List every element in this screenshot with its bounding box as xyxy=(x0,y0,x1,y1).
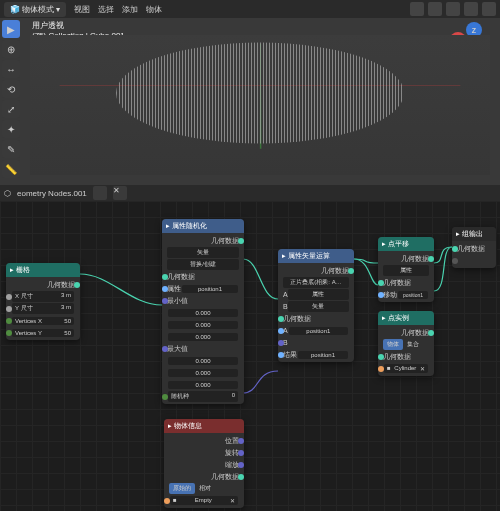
node-grid[interactable]: ▸ 栅格 几何数据 X 尺寸3 m Y 尺寸3 m Vertices X50 V… xyxy=(6,263,80,340)
node-editor[interactable]: ⬡ eometry Nodes.001 ✕ ▸ 栅格 几何数据 X 尺寸3 m … xyxy=(0,185,500,511)
transform-tool[interactable]: ✦ xyxy=(2,120,20,138)
pin-icon[interactable] xyxy=(93,186,107,200)
scale-tool[interactable]: ⤢ xyxy=(2,100,20,118)
measure-tool[interactable]: 📏 xyxy=(2,160,20,178)
node-group-output[interactable]: ▸ 组输出 几何数据 xyxy=(452,227,496,268)
camera-icon[interactable] xyxy=(464,2,478,16)
node-title: ▸ 属性随机化 xyxy=(162,219,244,233)
node-title: ▸ 栅格 xyxy=(6,263,80,277)
node-point-instance[interactable]: ▸ 点实例 几何数据 物体集合 几何数据 ■Cylinder✕ xyxy=(378,311,434,376)
menu-select[interactable]: 选择 xyxy=(98,4,114,15)
node-title: ▸ 属性矢量运算 xyxy=(278,249,354,263)
cursor-tool[interactable]: ⊕ xyxy=(2,40,20,58)
move-tool[interactable]: ↔ xyxy=(2,60,20,78)
node-title: ▸ 点平移 xyxy=(378,237,434,251)
shading-icon[interactable] xyxy=(428,2,442,16)
node-object-info[interactable]: ▸ 物体信息 位置 旋转 缩放 几何数据 原始的相对 ■Empty✕ xyxy=(164,419,244,508)
node-point-translate[interactable]: ▸ 点平移 几何数据 属性 几何数据 移动position1 xyxy=(378,237,434,302)
node-attr-vec-math[interactable]: ▸ 属性矢量运算 几何数据 正片叠底(相乘: A… A属性 B矢量 几何数据 A… xyxy=(278,249,354,362)
vr-icon[interactable] xyxy=(410,2,424,16)
select-tool[interactable]: ▶ xyxy=(2,20,20,38)
menu-object[interactable]: 物体 xyxy=(146,4,162,15)
overlay-icon[interactable] xyxy=(446,2,460,16)
nodetree-name[interactable]: eometry Nodes.001 xyxy=(17,189,87,198)
node-attr-randomize[interactable]: ▸ 属性随机化 几何数据 矢量 替换/创建 几何数据 属性position1 最… xyxy=(162,219,244,404)
close-icon[interactable]: ✕ xyxy=(113,186,127,200)
node-title: ▸ 点实例 xyxy=(378,311,434,325)
menu-add[interactable]: 添加 xyxy=(122,4,138,15)
editor-type-icon[interactable]: ⬡ xyxy=(4,189,11,198)
render-icon[interactable] xyxy=(482,2,496,16)
mode-dropdown[interactable]: 🧊 物体模式 ▾ xyxy=(4,2,66,17)
viewport-header: 🧊 物体模式 ▾ 视图 选择 添加 物体 xyxy=(0,0,500,18)
header-icons xyxy=(410,2,496,16)
node-title: ▸ 组输出 xyxy=(452,227,496,241)
toolbar: ▶ ⊕ ↔ ⟲ ⤢ ✦ ✎ 📏 xyxy=(2,20,20,178)
scene-render xyxy=(30,35,490,175)
node-title: ▸ 物体信息 xyxy=(164,419,244,433)
viewport-3d[interactable]: 🧊 物体模式 ▾ 视图 选择 添加 物体 用户透视 (75) Collectio… xyxy=(0,0,500,185)
rotate-tool[interactable]: ⟲ xyxy=(2,80,20,98)
node-editor-header: ⬡ eometry Nodes.001 ✕ xyxy=(0,185,500,201)
annotate-tool[interactable]: ✎ xyxy=(2,140,20,158)
menu-view[interactable]: 视图 xyxy=(74,4,90,15)
